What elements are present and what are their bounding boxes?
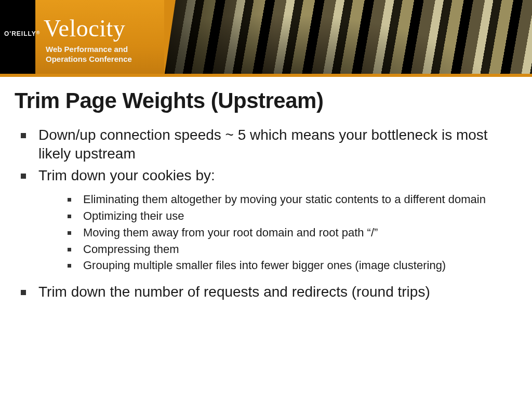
bullet-text: Trim down your cookies by: [38,167,215,183]
list-item: Compressing them [68,242,517,257]
slide-body: Trim Page Weights (Upstream) Down/up con… [0,77,532,301]
bullet-text: Grouping multiple smaller files into few… [83,259,446,272]
oreilly-text: O'REILLY [4,30,36,37]
bullet-text: Eliminating them altogether by moving yo… [83,193,486,206]
header-banner: O'REILLY® Velocity Web Performance and O… [0,0,532,77]
tagline-line-1: Web Performance and [46,45,128,54]
bullet-list: Down/up connection speeds ~ 5 which mean… [15,126,517,301]
oreilly-brand: O'REILLY® [4,30,40,37]
list-item: Grouping multiple smaller files into few… [68,258,517,273]
sub-bullet-list: Eliminating them altogether by moving yo… [38,192,517,273]
velocity-logo: Velocity [44,15,125,42]
bullet-text: Compressing them [83,243,179,256]
list-item: Trim down the number of requests and red… [21,283,517,301]
list-item: Eliminating them altogether by moving yo… [68,192,517,207]
bullet-text: Down/up connection speeds ~ 5 which mean… [38,127,488,162]
bullet-text: Optimizing their use [83,209,184,222]
bullet-text: Moving them away from your root domain a… [83,226,378,239]
turbine-photo [166,0,532,77]
conference-tagline: Web Performance and Operations Conferenc… [46,45,132,64]
list-item: Down/up connection speeds ~ 5 which mean… [21,126,517,163]
bullet-text: Trim down the number of requests and red… [38,284,430,300]
list-item: Trim down your cookies by: Eliminating t… [21,166,517,273]
list-item: Optimizing their use [68,208,517,224]
slide-title: Trim Page Weights (Upstream) [15,88,517,113]
tagline-line-2: Operations Conference [46,55,132,63]
registered-icon: ® [36,30,41,35]
list-item: Moving them away from your root domain a… [68,225,517,241]
banner-underline [0,74,532,77]
